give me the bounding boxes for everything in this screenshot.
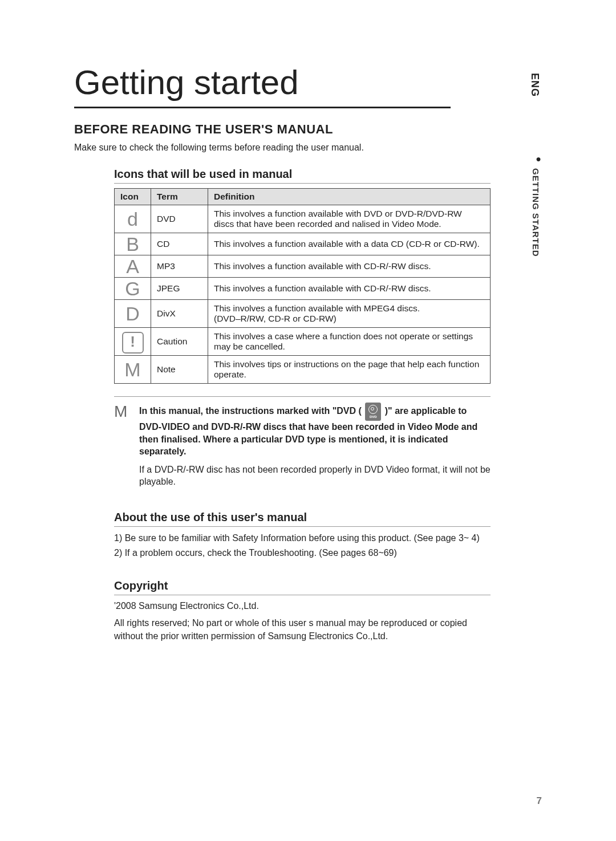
note-block: M In this manual, the instructions marke… [114,396,491,494]
table-header-row: Icon Term Definition [115,189,491,205]
caution-icon: ! [115,328,151,356]
term-cell: CD [151,233,208,255]
table-row: A MP3 This involves a function available… [115,255,491,278]
divx-icon: D [115,300,151,328]
copyright-line1: '2008 Samsung Electronics Co.,Ltd. [114,600,491,612]
th-definition: Definition [208,189,491,205]
list-item: 1) Be sure to be familiar with Safety In… [114,531,491,545]
copyright-body: '2008 Samsung Electronics Co.,Ltd. All r… [114,600,491,643]
side-language-tab: ENG [529,73,541,97]
th-icon: Icon [115,189,151,205]
subheading-copyright: Copyright [114,579,491,595]
note-plain-text: If a DVD-R/-RW disc has not been recorde… [139,464,491,488]
table-row: B CD This involves a function available … [115,233,491,255]
table-row: d DVD This involves a function available… [115,205,491,233]
definition-cell: This involves a case where a function do… [208,328,491,356]
dvd-icon: d [115,205,151,233]
definition-cell: This involves a function available with … [208,278,491,300]
term-cell: MP3 [151,255,208,278]
section-heading-before-reading: BEFORE READING THE USER'S MANUAL [74,122,542,137]
note-bold-pre: In this manual, the instructions marked … [139,406,362,416]
term-cell: DivX [151,300,208,328]
page-number: 7 [537,795,542,807]
side-bullet-icon: ● [536,154,541,164]
note-content: In this manual, the instructions marked … [139,403,491,494]
intro-text: Make sure to check the following terms b… [74,143,542,153]
side-section-label: GETTING STARTED [531,168,541,257]
copyright-line2: All rights reserved; No part or whole of… [114,617,491,643]
table-row: D DivX This involves a function availabl… [115,300,491,328]
th-term: Term [151,189,208,205]
dvd-chip-icon: DVD [365,403,381,421]
icons-table: Icon Term Definition d DVD This involves… [114,188,491,384]
term-cell: JPEG [151,278,208,300]
term-cell: DVD [151,205,208,233]
definition-cell: This involves a function available with … [208,233,491,255]
subheading-about-use: About the use of this user's manual [114,511,491,527]
table-row: M Note This involves tips or instruction… [115,356,491,384]
cd-icon: B [115,233,151,255]
definition-cell: This involves a function available with … [208,300,491,328]
page-title: Getting started [74,63,451,108]
definition-cell: This involves a function available with … [208,255,491,278]
subheading-icons: Icons that will be used in manual [114,168,491,184]
about-list: 1) Be sure to be familiar with Safety In… [114,531,491,560]
manual-page: ENG ● GETTING STARTED Getting started BE… [0,0,616,841]
table-row: ! Caution This involves a case where a f… [115,328,491,356]
definition-cell: This involves tips or instructions on th… [208,356,491,384]
definition-cell: This involves a function available with … [208,205,491,233]
jpeg-icon: G [115,278,151,300]
mp3-icon: A [115,255,151,278]
table-row: G JPEG This involves a function availabl… [115,278,491,300]
note-symbol-icon: M [114,403,139,494]
note-icon: M [115,356,151,384]
term-cell: Caution [151,328,208,356]
term-cell: Note [151,356,208,384]
list-item: 2) If a problem occurs, check the Troubl… [114,546,491,560]
